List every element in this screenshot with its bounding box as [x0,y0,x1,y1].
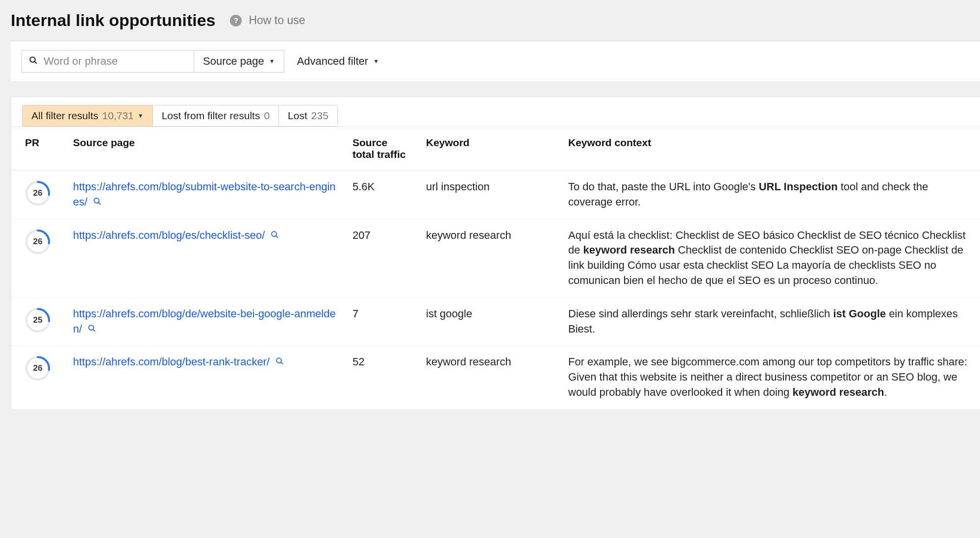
tab-label: All filter results [31,110,99,122]
keyword-value: keyword research [418,346,560,409]
source-page-link[interactable]: https://ahrefs.com/blog/es/checklist-seo… [73,229,265,241]
pr-badge: 26 [25,180,50,206]
traffic-value: 5.6K [345,171,418,219]
tab-count: 0 [264,110,270,122]
tab-label: Lost [288,110,307,122]
svg-point-16 [276,359,281,363]
search-icon [29,56,38,67]
help-icon[interactable]: ? [230,15,242,26]
svg-point-8 [272,231,277,236]
table-row: 26 https://ahrefs.com/blog/es/checklist-… [11,219,980,297]
table-row: 25 https://ahrefs.com/blog/de/website-be… [11,297,980,346]
traffic-value: 7 [345,297,418,346]
svg-line-1 [34,61,37,64]
pr-value: 26 [25,356,50,381]
col-header-context[interactable]: Keyword context [560,127,980,171]
svg-line-13 [93,329,95,331]
svg-line-5 [99,202,101,204]
chevron-down-icon: ▼ [373,58,379,65]
pr-value: 25 [25,307,50,333]
filter-bar: Source page ▼ Advanced filter ▼ [11,41,980,82]
keyword-context: Aquí está la checklist: Checklist de SEO… [560,219,980,297]
col-header-keyword[interactable]: Keyword [418,127,560,171]
pr-value: 26 [25,180,50,206]
col-header-source[interactable]: Source page [65,127,345,171]
source-page-dropdown[interactable]: Source page ▼ [194,51,284,72]
tab-count: 10,731 [102,110,134,122]
traffic-value: 52 [345,346,418,409]
traffic-value: 207 [345,219,418,297]
content-panel: All filter results 10,731 ▼ Lost from fi… [11,97,980,410]
keyword-context: For example, we see bigcommerce.com amon… [560,346,980,409]
tab-lost-from-filter[interactable]: Lost from filter results 0 [153,105,279,126]
svg-point-12 [89,325,94,330]
inspect-icon[interactable] [88,325,96,334]
search-box[interactable] [22,51,194,72]
keyword-value: ist google [418,297,560,346]
tab-group: All filter results 10,731 ▼ Lost from fi… [22,105,338,127]
inspect-icon[interactable] [93,198,101,207]
col-header-traffic[interactable]: Source total traffic [345,127,418,171]
source-page-link[interactable]: https://ahrefs.com/blog/submit-website-t… [73,180,336,208]
keyword-context: Diese sind allerdings sehr stark vereinf… [560,297,980,346]
tab-lost[interactable]: Lost 235 [279,105,337,126]
keyword-value: url inspection [418,171,560,219]
advanced-filter-dropdown[interactable]: Advanced filter ▼ [297,55,379,68]
pr-badge: 25 [25,307,50,333]
inspect-icon[interactable] [271,231,279,241]
svg-point-0 [30,57,35,62]
source-page-link[interactable]: https://ahrefs.com/blog/de/website-bei-g… [73,307,336,335]
page-title: Internal link opportunities [11,11,215,30]
keyword-context: To do that, paste the URL into Google's … [560,171,980,219]
tab-all-filter-results[interactable]: All filter results 10,731 ▼ [23,105,153,126]
tab-count: 235 [311,110,328,122]
opportunities-table: PR Source page Source total traffic Keyw… [11,127,980,410]
pr-badge: 26 [25,356,50,381]
search-group: Source page ▼ [22,50,284,73]
advanced-filter-label: Advanced filter [297,55,369,68]
pr-badge: 26 [25,229,50,255]
page-header: Internal link opportunities ? How to use [0,0,980,41]
col-header-pr[interactable]: PR [11,127,65,171]
keyword-value: keyword research [418,219,560,297]
result-tabs: All filter results 10,731 ▼ Lost from fi… [11,97,980,127]
source-page-link[interactable]: https://ahrefs.com/blog/best-rank-tracke… [73,356,270,368]
svg-line-17 [281,362,283,364]
inspect-icon[interactable] [276,358,284,367]
svg-point-4 [95,198,100,203]
source-page-label: Source page [203,55,264,68]
pr-value: 26 [25,229,50,255]
table-row: 26 https://ahrefs.com/blog/submit-websit… [11,171,980,219]
chevron-down-icon: ▼ [269,58,275,65]
tab-label: Lost from filter results [162,110,260,122]
search-input[interactable] [43,54,187,68]
table-row: 26 https://ahrefs.com/blog/best-rank-tra… [11,346,980,409]
how-to-use-link[interactable]: How to use [249,14,305,27]
svg-line-9 [276,235,278,237]
chevron-down-icon: ▼ [138,112,144,119]
